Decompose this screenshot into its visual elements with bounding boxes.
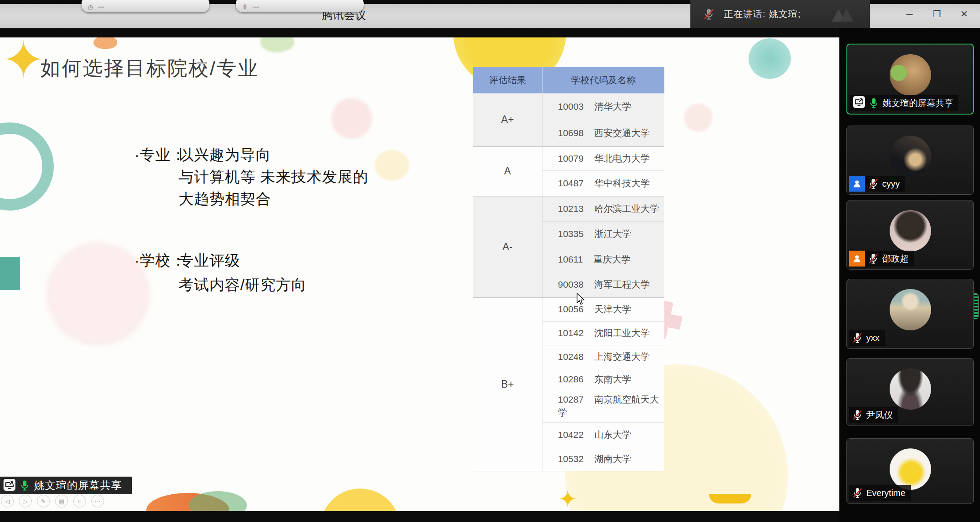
muted-mic-icon [704, 8, 714, 20]
mic-on-icon [20, 480, 30, 491]
participant-label-row: Everytime [849, 485, 911, 501]
pill-placeholder: ▪▪▪ [253, 4, 259, 11]
participant-name: cyyy [882, 179, 900, 189]
participant-name: yxx [866, 333, 879, 343]
watercolor-star-icon: ✦ [558, 486, 578, 511]
speaking-status-label: 正在讲话: 姚文瑄; [724, 8, 801, 20]
school-cell: 10287南京航空航天大学 [542, 390, 664, 422]
mouse-cursor-icon [576, 293, 585, 308]
school-name: 天津大学 [594, 304, 631, 314]
participant-tile[interactable]: Everytime [846, 438, 974, 504]
school-name: 华北电力大学 [594, 153, 650, 163]
share-screen-icon [853, 96, 865, 110]
participant-name: 邵政超 [882, 253, 909, 265]
school-name: 湖南大学 [594, 454, 631, 464]
school-code: 10248 [558, 352, 584, 362]
meeting-stage: ✦ ✦ 如何选择目标院校/专业 ·专业： 以兴趣为导 [0, 28, 980, 522]
school-name: 哈尔滨工业大学 [594, 204, 659, 214]
school-name: 上海交通大学 [594, 352, 650, 362]
school-code: 10698 [558, 128, 584, 138]
slideshow-prev-button[interactable]: ◁ [1, 495, 14, 507]
mic-on-icon [869, 97, 879, 109]
participant-name-bar: yxx [849, 330, 885, 346]
school-name: 海军工程大学 [594, 279, 650, 289]
title-bar: 腾讯会议 ◷ ▪▪▪ 🎙 ▪▪▪ 正在讲话: 姚文瑄; [0, 0, 980, 29]
bullet-line: 与计算机等 未来技术发展的 [179, 166, 368, 188]
close-button[interactable]: ✕ [956, 6, 972, 22]
hover-toolbar-pill-1[interactable]: ◷ ▪▪▪ [82, 0, 209, 12]
active-speaker-panel: 正在讲话: 姚文瑄; [690, 0, 870, 28]
grade-cell: A- [473, 196, 542, 297]
school-cell: 90038海军工程大学 [542, 272, 664, 297]
participant-tile[interactable]: yxx [846, 279, 974, 349]
watercolor-decoration [93, 37, 117, 49]
watercolor-decoration [320, 489, 400, 511]
participant-tile[interactable]: 姚文瑄的屏幕共享 [846, 44, 974, 115]
participant-name-bar: cyyy [865, 176, 905, 192]
minimize-button[interactable]: ─ [902, 6, 917, 22]
school-cell: 10079华北电力大学 [542, 146, 664, 170]
watercolor-decoration [709, 494, 751, 503]
slideshow-pen-button[interactable]: ✎ [37, 495, 50, 507]
school-name: 清华大学 [594, 101, 631, 111]
participant-name: 姚文瑄的屏幕共享 [883, 97, 953, 109]
person-badge-icon [849, 251, 865, 267]
school-code: 10335 [558, 229, 584, 239]
restore-button[interactable]: ❐ [929, 6, 945, 22]
person-badge-icon [849, 176, 865, 192]
table-row: A+10003清华大学 [473, 93, 664, 120]
table-row: A-10213哈尔滨工业大学 [473, 196, 664, 221]
school-cell: 10422山东大学 [542, 422, 664, 447]
school-code: 10286 [558, 374, 584, 384]
school-code: 10487 [558, 178, 584, 188]
hover-toolbar-pill-2[interactable]: 🎙 ▪▪▪ [236, 0, 364, 12]
table-row: B+10056天津大学 [473, 297, 664, 321]
evaluation-table: 评估结果 学校代码及名称 A+10003清华大学10698西安交通大学A1007… [473, 67, 664, 471]
school-name: 西安交通大学 [594, 128, 650, 138]
school-cell: 10698西安交通大学 [542, 120, 664, 146]
slideshow-grid-button[interactable]: ▦ [55, 495, 68, 507]
table-header-school: 学校代码及名称 [542, 67, 664, 93]
muted-mic-icon [853, 332, 862, 344]
share-banner-label: 姚文瑄的屏幕共享 [34, 478, 122, 492]
school-cell: 10056天津大学 [542, 297, 664, 321]
bullet-line: 专业评级 [179, 248, 306, 273]
participant-tile[interactable]: 邵政超 [846, 200, 974, 270]
school-code: 10142 [558, 328, 584, 338]
watercolor-decoration [189, 491, 247, 511]
participant-tile[interactable]: cyyy [846, 126, 974, 195]
participant-label-row: 尹凤仪 [849, 407, 898, 423]
screen-share-banner: 姚文瑄的屏幕共享 [0, 477, 132, 494]
watercolor-decoration [684, 104, 712, 132]
grade-cell: A [473, 146, 542, 196]
school-cell: 10487华中科技大学 [542, 170, 664, 196]
participant-name-bar: 邵政超 [865, 251, 914, 267]
school-cell: 10142沈阳工业大学 [542, 321, 664, 345]
slideshow-more-button[interactable]: ⋯ [91, 495, 104, 507]
watercolor-star-icon: ✦ [2, 37, 45, 90]
school-cell: 10611重庆大学 [542, 247, 664, 272]
bullet-lead: ·专业： [134, 144, 186, 166]
participants-sidebar: 姚文瑄的屏幕共享cyyy邵政超yxx尹凤仪Everytime [839, 28, 980, 522]
school-code: 10287 [558, 394, 584, 404]
school-code: 10532 [558, 454, 584, 464]
bullet-lead: ·学校： [134, 248, 186, 273]
bullet-line: 考试内容/研究方向 [179, 273, 306, 297]
participant-label-row: yxx [849, 330, 885, 346]
slide-bullet-major: ·专业： 以兴趣为导向 与计算机等 未来技术发展的 大趋势相契合 [134, 144, 368, 210]
avatar [890, 448, 931, 490]
avatar [890, 54, 931, 96]
school-code: 10079 [558, 153, 584, 163]
slideshow-next-button[interactable]: ▷ [19, 495, 32, 507]
school-name: 山东大学 [594, 429, 631, 440]
participant-name-bar: Everytime [849, 485, 911, 501]
participant-name-bar: 尹凤仪 [849, 407, 898, 423]
school-code: 10422 [558, 429, 584, 440]
muted-mic-icon [853, 487, 862, 499]
school-code: 10003 [558, 101, 584, 111]
participant-tile[interactable]: 尹凤仪 [846, 358, 974, 426]
grade-cell: A+ [473, 93, 542, 146]
slideshow-zoom-button[interactable]: ⌕ [73, 495, 86, 507]
muted-mic-icon [853, 409, 862, 421]
mic-icon: 🎙 [242, 4, 248, 11]
